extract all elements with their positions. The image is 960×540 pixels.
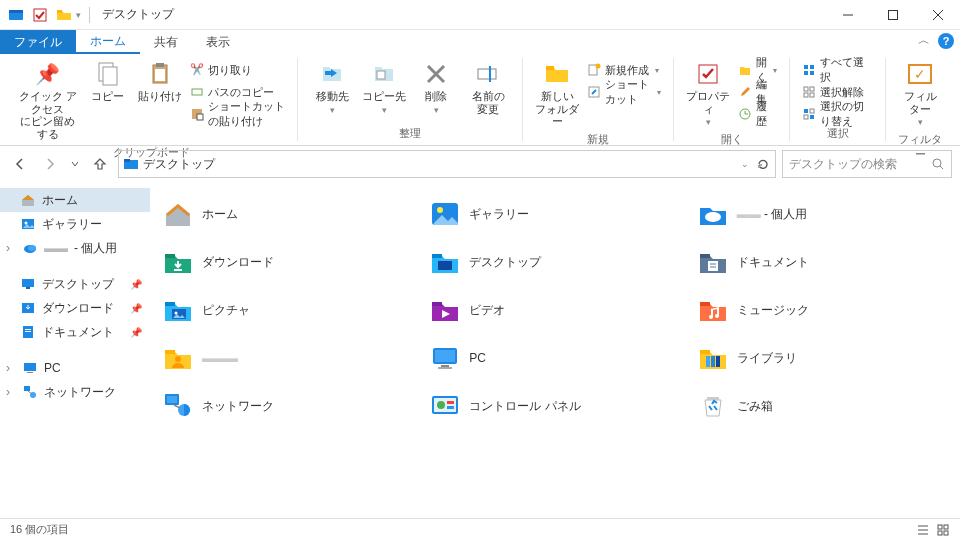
forward-button[interactable] (38, 152, 62, 176)
tab-file[interactable]: ファイル (0, 30, 76, 54)
svg-rect-52 (25, 331, 31, 332)
item-music[interactable]: ミュージック (689, 286, 956, 334)
qat-folder-icon[interactable] (56, 7, 72, 23)
tab-share[interactable]: 共有 (140, 30, 192, 54)
svg-rect-33 (804, 93, 808, 97)
svg-rect-2 (34, 9, 46, 21)
svg-rect-66 (708, 261, 718, 271)
item-network[interactable]: ネットワーク (154, 382, 421, 430)
close-button[interactable] (915, 0, 960, 30)
item-pictures[interactable]: ピクチャ (154, 286, 421, 334)
home-icon (20, 192, 36, 208)
rename-button[interactable]: 名前の 変更 (466, 60, 510, 115)
svg-rect-91 (447, 401, 454, 404)
item-user[interactable]: ▬▬▬ (154, 334, 421, 382)
pin-quickaccess-button[interactable]: 📌 クイック アクセス にピン留めする (18, 60, 78, 141)
svg-rect-65 (700, 254, 710, 258)
svg-rect-40 (124, 159, 130, 162)
svg-rect-63 (432, 254, 442, 258)
paste-button[interactable]: 貼り付け (138, 60, 182, 103)
properties-button[interactable]: プロパティ▾ (686, 60, 730, 128)
item-gallery[interactable]: ギャラリー (421, 190, 688, 238)
qat-properties-icon[interactable] (32, 7, 48, 23)
up-button[interactable] (88, 152, 112, 176)
videos-folder-icon (429, 294, 461, 326)
crumb-folder-icon (123, 156, 139, 172)
item-downloads[interactable]: ダウンロード (154, 238, 421, 286)
newitem-icon (587, 63, 601, 77)
copy-button[interactable]: コピー (86, 60, 130, 103)
selectall-button[interactable]: すべて選択 (798, 60, 877, 80)
documents-folder-icon (697, 246, 729, 278)
crumb-dropdown-icon[interactable]: ⌄ (741, 159, 749, 169)
svg-rect-100 (944, 531, 948, 535)
search-input[interactable]: デスクトップの検索 (782, 150, 952, 178)
collapse-ribbon-icon[interactable]: ︿ (918, 32, 930, 49)
help-icon[interactable]: ? (938, 33, 954, 49)
moveto-icon (318, 60, 346, 88)
sidebar-item-network[interactable]: ›ネットワーク (0, 380, 150, 404)
svg-rect-28 (810, 65, 814, 69)
item-controlpanel[interactable]: コントロール パネル (421, 382, 688, 430)
breadcrumb[interactable]: デスクトップ ⌄ (118, 150, 776, 178)
back-button[interactable] (8, 152, 32, 176)
item-pc[interactable]: PC (421, 334, 688, 382)
recent-dropdown[interactable] (68, 152, 82, 176)
svg-rect-32 (810, 87, 814, 91)
sidebar-item-pc[interactable]: ›PC (0, 356, 150, 380)
item-libraries[interactable]: ライブラリ (689, 334, 956, 382)
sidebar-item-gallery[interactable]: ギャラリー (0, 212, 150, 236)
group-open: プロパティ▾ 開く▾ 編集 履歴 開く (674, 58, 790, 141)
controlpanel-icon (429, 390, 461, 422)
libraries-icon (697, 342, 729, 374)
invert-button[interactable]: 選択の切り替え (798, 104, 877, 124)
svg-point-71 (175, 312, 178, 315)
refresh-button[interactable] (755, 156, 771, 172)
details-view-button[interactable] (916, 523, 930, 537)
thumbnail-view-button[interactable] (936, 523, 950, 537)
tab-view[interactable]: 表示 (192, 30, 244, 54)
path-icon (190, 85, 204, 99)
group-filter: ✓ フィル ター▾ フィルター (886, 58, 954, 141)
item-recyclebin[interactable]: ごみ箱 (689, 382, 956, 430)
svg-rect-12 (155, 69, 165, 81)
item-documents[interactable]: ドキュメント (689, 238, 956, 286)
svg-rect-72 (432, 302, 442, 306)
newshortcut-button[interactable]: ショートカット▾ (583, 82, 665, 102)
window-title: デスクトップ (102, 6, 174, 23)
filter-button[interactable]: ✓ フィル ター▾ (898, 60, 942, 128)
qat-dropdown-icon[interactable]: ▾ (76, 10, 81, 20)
item-home[interactable]: ホーム (154, 190, 421, 238)
maximize-button[interactable] (870, 0, 915, 30)
sidebar-item-personal[interactable]: ›▬▬- 個人用 (0, 236, 150, 260)
pin-indicator-icon: 📌 (130, 327, 142, 338)
network-icon (162, 390, 194, 422)
sidebar-item-downloads[interactable]: ダウンロード📌 (0, 296, 150, 320)
view-buttons (916, 523, 950, 537)
pin-indicator-icon: 📌 (130, 279, 142, 290)
sidebar-item-documents[interactable]: ドキュメント📌 (0, 320, 150, 344)
title-separator (89, 7, 90, 23)
minimize-button[interactable] (825, 0, 870, 30)
copyto-button[interactable]: コピー先▾ (362, 60, 406, 115)
svg-point-75 (175, 356, 181, 362)
sidebar-item-home[interactable]: ホーム (0, 188, 150, 212)
item-videos[interactable]: ビデオ (421, 286, 688, 334)
moveto-button[interactable]: 移動先▾ (310, 60, 354, 115)
cut-button[interactable]: ✂️切り取り (186, 60, 290, 80)
sidebar-item-desktop[interactable]: デスクトップ📌 (0, 272, 150, 296)
tab-home[interactable]: ホーム (76, 30, 140, 54)
crumb-text: デスクトップ (143, 156, 215, 173)
svg-rect-92 (447, 406, 454, 409)
delete-button[interactable]: 削除▾ (414, 60, 458, 115)
history-button[interactable]: 履歴 (734, 104, 781, 124)
item-desktop[interactable]: デスクトップ (421, 238, 688, 286)
invert-icon (802, 107, 816, 121)
item-personal[interactable]: ▬▬ - 個人用 (689, 190, 956, 238)
pasteshortcut-button[interactable]: ショートカットの貼り付け (186, 104, 290, 124)
ribbon: 📌 クイック アクセス にピン留めする コピー 貼り付け ✂️切り取り パスのコ… (0, 54, 960, 146)
svg-rect-31 (804, 87, 808, 91)
newfolder-button[interactable]: 新しい フォルダー (535, 60, 579, 128)
folder-icon (543, 60, 571, 88)
rename-icon (474, 60, 502, 88)
